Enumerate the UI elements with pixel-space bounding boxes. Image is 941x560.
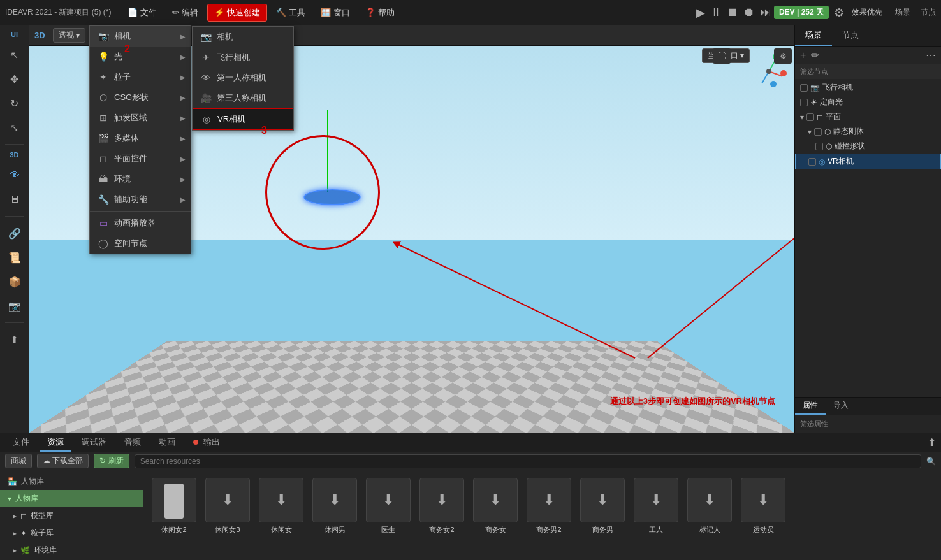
download-icon-9[interactable]: ⬇ [650, 492, 662, 508]
rotate-tool[interactable]: ↻ [4, 93, 25, 113]
add-node-button[interactable]: + [800, 50, 806, 61]
perspective-btn[interactable]: 透视 ▾ [53, 28, 85, 43]
menu-quick-create[interactable]: ⚡ 快速创建 [207, 4, 267, 22]
search-icon[interactable]: 🔍 [926, 457, 936, 466]
attributes-tab[interactable]: 属性 [795, 398, 826, 415]
download-icon-8[interactable]: ⬇ [597, 492, 608, 508]
asset-item-3[interactable]: ⬇ 休闲男 [309, 475, 360, 537]
node-checkbox[interactable] [808, 158, 816, 166]
asset-item-4[interactable]: ⬇ 医生 [363, 475, 414, 537]
fullscreen-button[interactable]: ⛶ [713, 48, 731, 64]
asset-item-2[interactable]: ⬇ 休闲女 [256, 475, 307, 537]
download-icon-3[interactable]: ⬇ [329, 492, 340, 508]
view-perspective[interactable]: 👁 [4, 165, 25, 185]
sidebar-character[interactable]: ▾ 人物库 [0, 490, 143, 507]
menu-file[interactable]: 📄 文件 [121, 4, 163, 21]
asset-item-9[interactable]: ⬇ 工人 [631, 475, 682, 537]
camera-submenu[interactable]: 📷 相机 ✈ 飞行相机 👁 第一人称相机 🎥 第三人称相机 ◎ VR相机 [192, 26, 294, 131]
expand-panel-button[interactable]: ⬆ [928, 436, 936, 449]
fp-camera-item[interactable]: 👁 第一人称相机 [193, 68, 293, 88]
menu-edit[interactable]: ✏ 编辑 [166, 4, 205, 21]
shop-button[interactable]: 商城 [5, 454, 32, 468]
tab-animation[interactable]: 动画 [151, 434, 183, 452]
node-checkbox[interactable] [814, 128, 822, 136]
download-icon-2[interactable]: ⬇ [275, 492, 287, 508]
asset-item-10[interactable]: ⬇ 标记人 [684, 475, 735, 537]
play-button[interactable]: ▶ [696, 6, 705, 20]
quick-create-menu[interactable]: 📷 相机 💡 光 ✦ 粒子 ⬡ CSG形状 ⊞ 触发区域 🎬 多媒体 ◻ 平面控… [89, 25, 191, 254]
tab-file[interactable]: 文件 [5, 434, 37, 452]
sidebar-shop[interactable]: 🏪 人物库 [0, 473, 143, 490]
node-fly-camera[interactable]: 📷 飞行相机 [795, 80, 941, 95]
menu-ui-plane-item[interactable]: ◻ 平面控件 [90, 148, 191, 169]
menu-assist-item[interactable]: 🔧 辅助功能 [90, 189, 191, 210]
fly-camera-item[interactable]: ✈ 飞行相机 [193, 47, 293, 68]
download-all-button[interactable]: ☁ 下载全部 [37, 454, 89, 468]
menu-help[interactable]: ❓ 帮助 [359, 4, 401, 21]
download-icon-11[interactable]: ⬇ [757, 492, 769, 508]
asset-item-0[interactable]: 休闲女2 [149, 475, 200, 537]
menu-csg-item[interactable]: ⬡ CSG形状 [90, 87, 191, 108]
node-plane[interactable]: ▾ ◻ 平面 [795, 110, 941, 124]
download-icon-10[interactable]: ⬇ [704, 492, 715, 508]
tab-output[interactable]: 输出 [186, 434, 228, 452]
camera-basic-item[interactable]: 📷 相机 [193, 27, 293, 47]
asset-item-11[interactable]: ⬇ 运动员 [738, 475, 789, 537]
settings-icon[interactable]: ⚙ [834, 6, 844, 20]
vr-camera-item[interactable]: ◎ VR相机 [193, 108, 293, 130]
asset-item-8[interactable]: ⬇ 商务男 [577, 475, 628, 537]
download-icon-1[interactable]: ⬇ [222, 492, 233, 508]
record-button[interactable]: ⏺ [743, 6, 755, 19]
node-checkbox[interactable] [800, 99, 808, 106]
tp-camera-item[interactable]: 🎥 第三人称相机 [193, 88, 293, 108]
refresh-button[interactable]: ↻ 刷新 [94, 454, 129, 468]
sidebar-model[interactable]: ▸ ◻ 模型库 [0, 507, 143, 524]
node-tab-btn[interactable]: 节点 [832, 25, 869, 46]
node-directional-light[interactable]: ☀ 定向光 [795, 95, 941, 110]
edit-node-button[interactable]: ✏ [811, 49, 819, 61]
node-checkbox[interactable] [806, 113, 814, 121]
asset-item-1[interactable]: ⬇ 休闲女3 [202, 475, 253, 537]
menu-window[interactable]: 🪟 窗口 [314, 4, 356, 21]
scale-tool[interactable]: ⤡ [4, 117, 25, 138]
menu-tools[interactable]: 🔨 工具 [270, 4, 312, 21]
select-tool[interactable]: ↖ [4, 45, 25, 65]
node-static-body[interactable]: ▾ ⬡ 静态刚体 [795, 124, 941, 139]
viewport-settings-button[interactable]: ⚙ [774, 48, 792, 64]
script-tool[interactable]: 📜 [4, 247, 25, 268]
import-tab[interactable]: 导入 [826, 398, 856, 415]
link-tool[interactable]: 🔗 [4, 223, 25, 243]
menu-env-item[interactable]: 🏔 环境 [90, 169, 191, 189]
export-tool[interactable]: ⬆ [4, 329, 25, 350]
menu-trigger-item[interactable]: ⊞ 触发区域 [90, 108, 191, 128]
node-checkbox[interactable] [800, 84, 808, 92]
display-mode[interactable]: 🖥 [4, 189, 25, 210]
menu-particle-item[interactable]: ✦ 粒子 [90, 67, 191, 87]
node-tab[interactable]: 节点 [921, 7, 936, 18]
asset-item-5[interactable]: ⬇ 商务女2 [416, 475, 467, 537]
asset-item-6[interactable]: ⬇ 商务女 [470, 475, 521, 537]
menu-anim-item[interactable]: ▭ 动画播放器 [90, 213, 191, 233]
step-button[interactable]: ⏭ [760, 6, 771, 19]
sidebar-env[interactable]: ▸ 🌿 环境库 [0, 542, 143, 559]
download-icon-6[interactable]: ⬇ [490, 492, 501, 508]
node-collision-shape[interactable]: ⬡ 碰撞形状 [795, 139, 941, 154]
scene-tab-btn[interactable]: 场景 [795, 25, 832, 46]
tab-assets[interactable]: 资源 [40, 434, 71, 452]
node-checkbox[interactable] [815, 143, 823, 150]
download-icon-4[interactable]: ⬇ [383, 492, 394, 508]
menu-camera-item[interactable]: 📷 相机 [90, 26, 191, 47]
camera-tool[interactable]: 📷 [4, 296, 25, 316]
menu-spatial-item[interactable]: ◯ 空间节点 [90, 233, 191, 254]
download-icon-7[interactable]: ⬇ [543, 492, 555, 508]
tab-audio[interactable]: 音频 [117, 434, 149, 452]
node-vr-camera[interactable]: ◎ VR相机 [795, 154, 941, 169]
tab-debugger[interactable]: 调试器 [74, 434, 114, 452]
scene-tab[interactable]: 场景 [895, 7, 910, 18]
menu-light-item[interactable]: 💡 光 [90, 47, 191, 67]
download-icon-5[interactable]: ⬇ [436, 492, 448, 508]
asset-item-7[interactable]: ⬇ 商务男2 [523, 475, 574, 537]
vr-camera-object[interactable] [303, 189, 361, 205]
menu-media-item[interactable]: 🎬 多媒体 [90, 128, 191, 148]
stop-button[interactable]: ⏹ [727, 6, 738, 19]
